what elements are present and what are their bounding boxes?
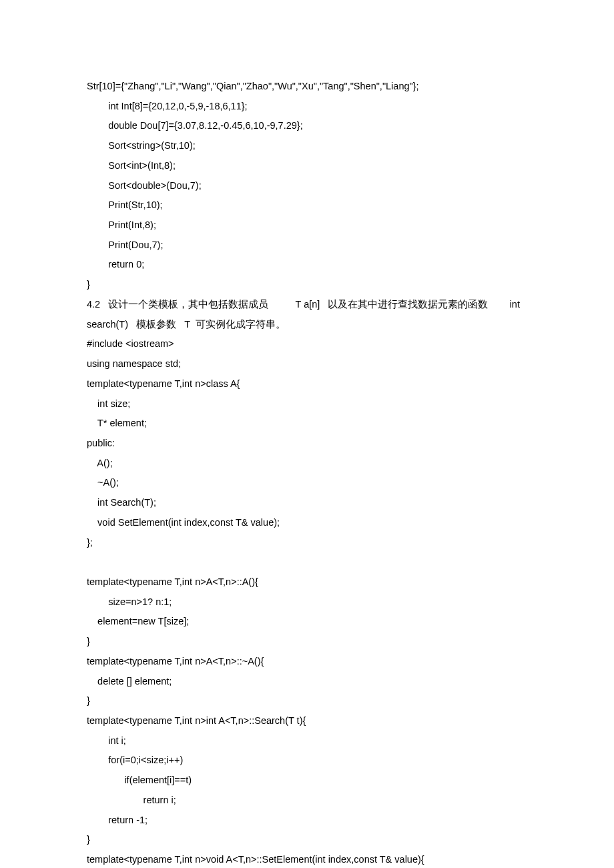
code-line-17: T* element;: [87, 414, 527, 434]
code-line-3: Sort<string>(Str,10);: [87, 136, 527, 156]
code-line-30: delete [] element;: [87, 672, 527, 692]
code-line-18: public:: [87, 434, 527, 454]
code-line-12: search(T) 模板参数 T 可实例化成字符串。: [87, 315, 527, 335]
code-line-21: int Search(T);: [87, 493, 527, 513]
code-line-4: Sort<int>(Int,8);: [87, 156, 527, 176]
code-line-27: element=new T[size];: [87, 612, 527, 632]
code-line-34: for(i=0;i<size;i++): [87, 751, 527, 771]
code-line-14: using namespace std;: [87, 354, 527, 374]
code-line-25: template<typename T,int n>A<T,n>::A(){: [87, 572, 527, 592]
code-line-36: return i;: [87, 791, 527, 811]
code-line-9: return 0;: [87, 255, 527, 275]
code-line-11: 4.2 设计一个类模板，其中包括数据成员 T a[n] 以及在其中进行查找数据元…: [87, 295, 527, 315]
code-line-28: }: [87, 632, 527, 652]
code-line-2: double Dou[7]={3.07,8.12,-0.45,6,10,-9,7…: [87, 116, 527, 136]
code-line-10: }: [87, 275, 527, 295]
code-line-23: };: [87, 533, 527, 553]
code-line-16: int size;: [87, 394, 527, 414]
code-line-38: }: [87, 830, 527, 850]
code-line-26: size=n>1? n:1;: [87, 592, 527, 612]
code-line-35: if(element[i]==t): [87, 771, 527, 791]
code-line-29: template<typename T,int n>A<T,n>::~A(){: [87, 652, 527, 672]
code-line-1: int Int[8]={20,12,0,-5,9,-18,6,11};: [87, 97, 527, 117]
code-line-33: int i;: [87, 731, 527, 751]
code-line-24: [87, 552, 527, 572]
code-line-13: #include <iostream>: [87, 334, 527, 354]
code-line-5: Sort<double>(Dou,7);: [87, 176, 527, 196]
code-line-8: Print(Dou,7);: [87, 236, 527, 256]
code-line-6: Print(Str,10);: [87, 195, 527, 215]
code-line-32: template<typename T,int n>int A<T,n>::Se…: [87, 711, 527, 731]
code-line-19: A();: [87, 454, 527, 474]
code-line-39: template<typename T,int n>void A<T,n>::S…: [87, 850, 527, 868]
code-line-37: return -1;: [87, 811, 527, 831]
code-line-31: }: [87, 691, 527, 711]
document-page: Str[10]={"Zhang","Li","Wang","Qian","Zha…: [0, 0, 614, 868]
code-line-22: void SetElement(int index,const T& value…: [87, 513, 527, 533]
code-line-0: Str[10]={"Zhang","Li","Wang","Qian","Zha…: [87, 77, 527, 97]
code-line-20: ~A();: [87, 473, 527, 493]
code-line-7: Print(Int,8);: [87, 215, 527, 236]
code-line-15: template<typename T,int n>class A{: [87, 374, 527, 394]
